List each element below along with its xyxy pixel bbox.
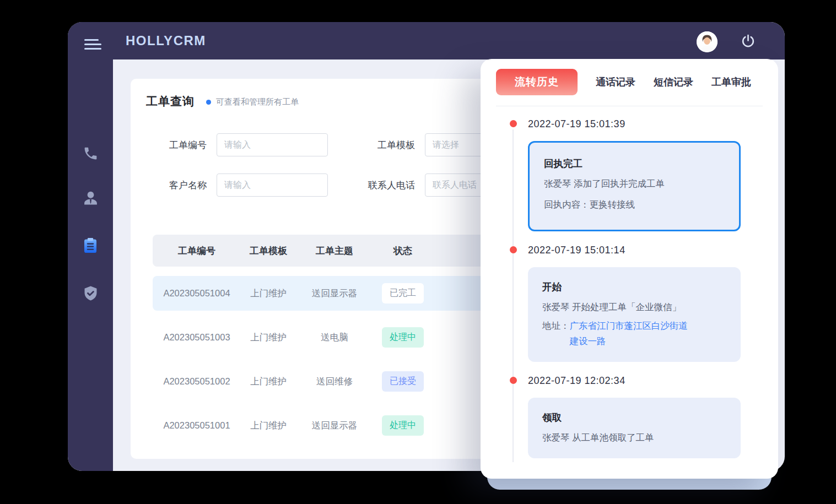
- table-row[interactable]: A202305051003 上门维护 送电脑 处理中: [153, 320, 505, 355]
- sidebar-item-calls[interactable]: [80, 143, 100, 163]
- timeline-entry: 2022-07-19 15:01:39 回执完工 张爱琴 添加了回执并完成工单 …: [528, 118, 763, 231]
- sidebar-item-work-orders[interactable]: [80, 236, 100, 256]
- sidebar-item-security[interactable]: [80, 283, 100, 303]
- status-badge: 已完工: [382, 283, 424, 304]
- timeline-entry: 2022-07-19 15:01:14 开始 张爱琴 开始处理工单「企业微信」 …: [528, 245, 763, 362]
- top-bar: HOLLYCRM: [68, 22, 785, 59]
- tab-sms-records[interactable]: 短信记录: [654, 75, 693, 89]
- timeline-dot-icon: [510, 120, 517, 127]
- phone-icon: [83, 145, 99, 161]
- field-label-order-id: 工单编号: [156, 139, 207, 151]
- timeline-dot-icon: [510, 246, 517, 253]
- cell-order-id: A202305051001: [153, 420, 241, 431]
- field-label-template: 工单模板: [328, 139, 415, 151]
- card-title: 开始: [542, 280, 726, 294]
- cell-template: 上门维护: [241, 420, 296, 432]
- timeline-card-completed: 回执完工 张爱琴 添加了回执并完成工单 回执内容：更换转接线: [528, 141, 741, 231]
- page-subtitle: 可查看和管理所有工单: [216, 96, 299, 107]
- work-order-table: 工单编号 工单模板 工单主题 状态 A202305051004 上门维护 送回显…: [153, 235, 505, 443]
- card-line: 回执内容：更换转接线: [544, 197, 725, 212]
- history-timeline: 2022-07-19 15:01:39 回执完工 张爱琴 添加了回执并完成工单 …: [481, 106, 778, 468]
- avatar-image: [697, 31, 718, 52]
- sidebar-item-contacts[interactable]: [80, 188, 100, 208]
- timeline-timestamp: 2022-07-19 15:01:14: [528, 245, 763, 256]
- user-avatar[interactable]: [697, 31, 718, 52]
- card-line: 张爱琴 开始处理工单「企业微信」: [542, 299, 726, 315]
- status-badge: 处理中: [382, 327, 424, 348]
- timeline-entry: 2022-07-19 12:02:34 领取 张爱琴 从工单池领取了工单: [528, 375, 763, 458]
- cell-template: 上门维护: [241, 288, 296, 300]
- history-panel: 流转历史 通话记录 短信记录 工单审批 2022-07-19 15:01:39 …: [481, 59, 778, 479]
- tab-order-approval[interactable]: 工单审批: [711, 75, 751, 89]
- cell-subject: 送电脑: [296, 332, 373, 344]
- cell-subject: 送回显示器: [296, 420, 373, 432]
- address-label: 地址：: [542, 318, 570, 349]
- card-title: 领取: [542, 411, 726, 424]
- table-header-row: 工单编号 工单模板 工单主题 状态: [153, 235, 505, 267]
- address-link[interactable]: 广东省江门市蓬江区白沙街道建设一路: [570, 318, 692, 349]
- customer-name-input[interactable]: [217, 174, 328, 197]
- timeline-timestamp: 2022-07-19 12:02:34: [528, 375, 763, 387]
- table-row[interactable]: A202305051004 上门维护 送回显示器 已完工: [153, 276, 505, 311]
- card-title: 回执完工: [544, 157, 725, 170]
- col-header-status: 状态: [373, 245, 433, 257]
- order-id-input[interactable]: [217, 133, 328, 156]
- timeline-card-start: 开始 张爱琴 开始处理工单「企业微信」 地址： 广东省江门市蓬江区白沙街道建设一…: [528, 267, 741, 362]
- col-header-order-id: 工单编号: [153, 245, 241, 257]
- tab-call-records[interactable]: 通话记录: [596, 75, 635, 89]
- cell-order-id: A202305051003: [153, 332, 241, 343]
- card-line: 张爱琴 添加了回执并完成工单: [544, 176, 725, 191]
- power-icon[interactable]: [741, 34, 756, 48]
- field-label-customer: 客户名称: [156, 179, 207, 192]
- address-row: 地址： 广东省江门市蓬江区白沙街道建设一路: [542, 318, 726, 349]
- field-label-contact-phone: 联系人电话: [328, 179, 415, 192]
- table-row[interactable]: A202305051002 上门维护 送回维修 已接受: [153, 364, 505, 399]
- timeline-dot-icon: [510, 377, 517, 384]
- table-row[interactable]: A202305051001 上门维护 送回显示器 处理中: [153, 408, 505, 443]
- tab-circulation-history[interactable]: 流转历史: [496, 69, 578, 95]
- cell-order-id: A202305051002: [153, 376, 241, 387]
- shield-icon: [82, 285, 99, 302]
- brand-logo: HOLLYCRM: [126, 22, 206, 59]
- cell-subject: 送回维修: [296, 376, 373, 388]
- cell-template: 上门维护: [241, 376, 296, 388]
- col-header-template: 工单模板: [241, 245, 296, 257]
- col-header-subject: 工单主题: [296, 245, 373, 257]
- page-title: 工单查询: [146, 94, 195, 109]
- cell-subject: 送回显示器: [296, 288, 373, 300]
- timeline-timestamp: 2022-07-19 15:01:39: [528, 118, 763, 130]
- timeline-card-claimed: 领取 张爱琴 从工单池领取了工单: [528, 398, 741, 458]
- card-line: 张爱琴 从工单池领取了工单: [542, 430, 726, 445]
- cell-order-id: A202305051004: [153, 288, 241, 299]
- menu-icon[interactable]: [84, 39, 103, 51]
- panel-tabs: 流转历史 通话记录 短信记录 工单审批: [481, 59, 778, 95]
- status-badge: 已接受: [382, 371, 424, 392]
- contacts-icon: [82, 189, 100, 208]
- subtitle-dot-icon: [206, 100, 211, 105]
- cell-template: 上门维护: [241, 332, 296, 344]
- work-orders-icon: [81, 236, 100, 255]
- status-badge: 处理中: [382, 415, 424, 436]
